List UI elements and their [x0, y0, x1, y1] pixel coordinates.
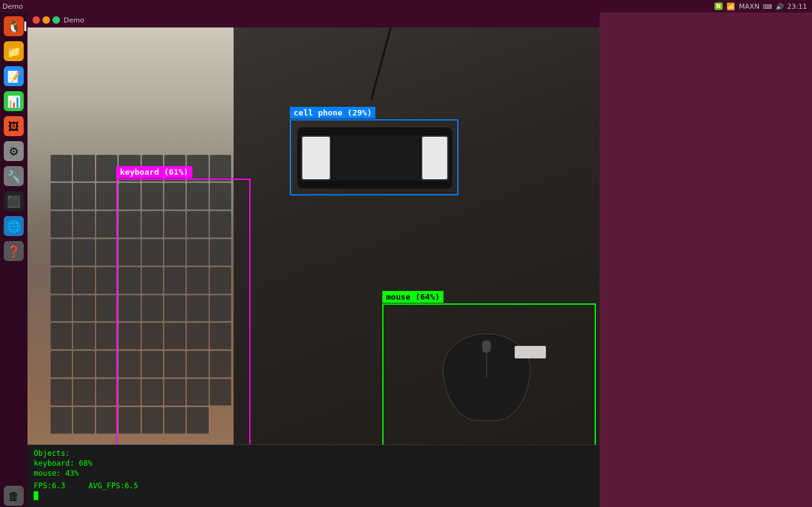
keyboard-detection-label: keyboard (61%) [116, 166, 192, 178]
window-title: Demo [64, 16, 84, 24]
settings-icon: ⚙ [4, 141, 24, 161]
ubuntu-icon: 🐧 [4, 16, 24, 36]
title-bar-right: N 📶 MAXN ⌨ 🔊 23:11 [715, 2, 812, 11]
dock-item-tools[interactable]: 🔧 [2, 165, 25, 187]
objects-label: Objects: [34, 449, 593, 458]
terminal-output-panel: Objects: keyboard: 68% mouse: 43% FPS:6.… [27, 445, 600, 507]
sound-icon: 🔊 [776, 3, 783, 10]
fps-line: FPS:6.3 AVG_FPS:6.5 [34, 481, 593, 490]
terminal-icon: ⬛ [4, 191, 24, 211]
network-icon: 📶 [726, 2, 735, 11]
main-window: Demo [27, 12, 600, 507]
dock-item-calc[interactable]: 📊 [2, 90, 25, 112]
dock-item-writer[interactable]: 📝 [2, 65, 25, 87]
trash-icon: 🗑 [4, 486, 24, 506]
dock-item-help[interactable]: ❓ [2, 240, 25, 262]
minimize-button[interactable] [42, 16, 50, 24]
video-frame: cell phone (29%) keyboard (61%) mouse (6… [27, 27, 600, 445]
window-title-bar: Demo [27, 12, 600, 27]
clock: 23:11 [787, 2, 807, 11]
dock-item-settings[interactable]: ⚙ [2, 140, 25, 162]
nvidia-icon: N [715, 2, 723, 10]
tools-icon: 🔧 [4, 166, 24, 186]
dock-item-impress[interactable]: 🖼 [2, 115, 25, 137]
files-icon: 📁 [4, 41, 24, 61]
user-label: MAXN [739, 2, 760, 11]
keyboard-stat-line: keyboard: 68% [34, 459, 593, 468]
system-title-bar: Demo N 📶 MAXN ⌨ 🔊 23:11 [0, 0, 812, 12]
help-icon: ❓ [4, 241, 24, 261]
app-title: Demo [2, 2, 23, 11]
calc-icon: 📊 [4, 91, 24, 111]
mouse-stat-line: mouse: 43% [34, 469, 593, 478]
keyboard-detection-box: keyboard (61%) [116, 179, 250, 445]
dock-item-files[interactable]: 📁 [2, 40, 25, 62]
cursor-line: █ [34, 491, 593, 500]
browser-icon: 🌐 [4, 216, 24, 236]
impress-icon: 🖼 [4, 116, 24, 136]
camera-scene: cell phone (29%) keyboard (61%) mouse (6… [27, 27, 600, 445]
dock-item-ubuntu[interactable]: 🐧 [2, 15, 25, 37]
title-bar-left: Demo [0, 2, 23, 11]
mouse-detection-box: mouse (64%) [382, 303, 596, 445]
close-button[interactable] [32, 16, 40, 24]
dock-item-browser[interactable]: 🌐 [2, 215, 25, 237]
phone-detection-box: cell phone (29%) [290, 119, 458, 195]
writer-icon: 📝 [4, 66, 24, 86]
window-controls [32, 16, 60, 24]
dock-item-trash[interactable]: 🗑 [2, 485, 25, 507]
keyboard-layout-icon: ⌨ [763, 3, 772, 10]
phone-detection-label: cell phone (29%) [290, 107, 375, 119]
sidebar-dock: 🐧 📁 📝 📊 🖼 ⚙ 🔧 ⬛ 🌐 ❓ 🗑 [0, 12, 27, 507]
mouse-detection-label: mouse (64%) [382, 291, 443, 303]
dock-item-terminal[interactable]: ⬛ [2, 190, 25, 212]
maximize-button[interactable] [52, 16, 60, 24]
